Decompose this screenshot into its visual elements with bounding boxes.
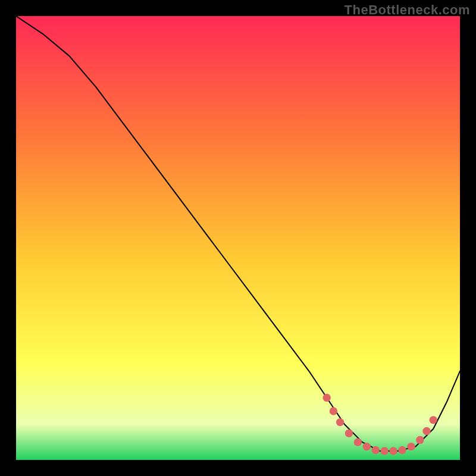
marker-dot xyxy=(372,446,380,454)
gradient-background xyxy=(16,16,460,460)
chart-svg xyxy=(16,16,460,460)
attribution-text: TheBottleneck.com xyxy=(345,2,470,18)
chart-frame: { "attribution": "TheBottleneck.com", "c… xyxy=(0,0,476,476)
marker-dot xyxy=(430,416,437,424)
marker-dot xyxy=(345,430,353,437)
marker-dot xyxy=(322,394,330,402)
marker-dot xyxy=(330,407,337,415)
chart-plot xyxy=(16,16,460,460)
marker-dot xyxy=(398,446,406,454)
marker-dot xyxy=(336,418,344,426)
marker-dot xyxy=(407,443,415,450)
marker-dot xyxy=(389,447,397,455)
marker-dot xyxy=(422,427,430,435)
marker-dot xyxy=(380,447,388,455)
marker-dot xyxy=(416,436,424,444)
marker-dot xyxy=(363,443,371,450)
marker-dot xyxy=(354,438,362,446)
